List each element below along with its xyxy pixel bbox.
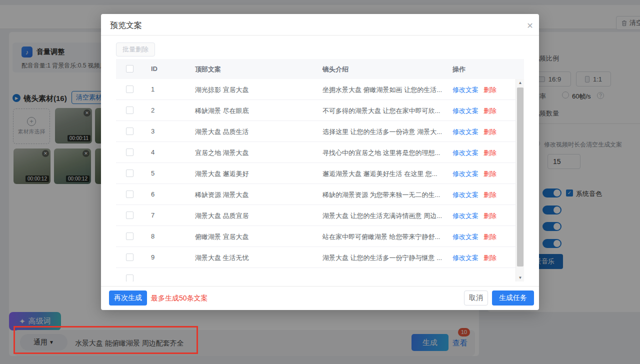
col-top-copy: 顶部文案 — [195, 65, 221, 74]
cell-shot-intro: 坐拥水景大盘 俯瞰湖景如画 让您的生活... — [322, 86, 442, 94]
table-row: 8 俯瞰湖景 宜居大盘 站在家中即可俯瞰湖景 给您带来宁静舒... 修改文案删除 — [116, 226, 516, 247]
cell-shot-intro: 邂逅湖景大盘 邂逅美好生活 在这里 您... — [322, 170, 438, 178]
cell-id: 5 — [151, 170, 154, 177]
edit-copy-link[interactable]: 修改文案 — [452, 233, 478, 240]
annotation-highlight-rect — [14, 326, 198, 354]
cell-id: 9 — [151, 254, 154, 261]
cell-top-copy: 俯瞰湖景 宜居大盘 — [195, 232, 249, 242]
divider — [101, 286, 539, 286]
row-checkbox[interactable] — [126, 128, 134, 135]
scroll-down-icon[interactable]: ▼ — [516, 274, 524, 282]
edit-copy-link[interactable]: 修改文案 — [452, 149, 478, 156]
cell-shot-intro: 选择这里 让您的生活多一份诗意 湖景大... — [322, 128, 442, 136]
cell-id: 4 — [151, 148, 154, 156]
cell-shot-intro: 湖景大盘 让您的生活充满诗情画意 周边... — [322, 212, 442, 220]
scroll-up-icon[interactable]: ▲ — [516, 79, 524, 86]
cell-id: 7 — [151, 212, 154, 219]
edit-copy-link[interactable]: 修改文案 — [452, 170, 478, 178]
delete-link[interactable]: 删除 — [484, 233, 496, 240]
scrollbar-thumb[interactable] — [517, 88, 524, 266]
row-checkbox[interactable] — [126, 232, 134, 240]
cell-id: 8 — [151, 232, 154, 240]
table-header: ID 顶部文案 镜头介绍 操作 — [116, 59, 524, 79]
table-row: 5 湖景大盘 邂逅美好 邂逅湖景大盘 邂逅美好生活 在这里 您... 修改文案删… — [116, 163, 516, 184]
cell-top-copy: 稀缺湖景 尽在眼底 — [195, 106, 249, 116]
cell-id: 2 — [151, 106, 154, 114]
cell-shot-intro: 站在家中即可俯瞰湖景 给您带来宁静舒... — [322, 232, 440, 242]
row-checkbox[interactable] — [126, 148, 134, 156]
table-row: 1 湖光掠影 宜居大盘 坐拥水景大盘 俯瞰湖景如画 让您的生活... 修改文案删… — [116, 79, 516, 100]
delete-link[interactable]: 删除 — [484, 170, 496, 178]
cell-top-copy: 湖景大盘 生活无忧 — [195, 254, 249, 262]
cell-top-copy: 湖景大盘 邂逅美好 — [195, 170, 249, 178]
table-row: 3 湖景大盘 品质生活 选择这里 让您的生活多一份诗意 湖景大... 修改文案删… — [116, 121, 516, 142]
delete-link[interactable]: 删除 — [484, 191, 496, 198]
row-checkbox[interactable] — [126, 190, 134, 198]
cell-id: 1 — [151, 86, 154, 93]
delete-link[interactable]: 删除 — [484, 212, 496, 220]
table-row: 9 湖景大盘 生活无忧 湖景大盘 让您的生活多一份宁静与惬意 ... 修改文案删… — [116, 247, 516, 268]
table-row: 6 稀缺资源 湖景大盘 稀缺的湖景资源 为您带来独一无二的生... 修改文案删除 — [116, 184, 516, 205]
cell-top-copy: 宜居之地 湖景大盘 — [195, 148, 249, 158]
cell-top-copy: 湖光掠影 宜居大盘 — [195, 86, 249, 94]
table-row-partial — [116, 268, 516, 282]
select-all-checkbox[interactable] — [126, 65, 134, 72]
cancel-button[interactable]: 取消 — [464, 290, 488, 306]
table-row: 4 宜居之地 湖景大盘 寻找心中的宜居之地 这里将是您的理想... 修改文案删除 — [116, 142, 516, 163]
cell-shot-intro: 稀缺的湖景资源 为您带来独一无二的生... — [322, 190, 440, 200]
preview-copy-modal: 预览文案 ✕ 批量删除 ID 顶部文案 镜头介绍 操作 1 湖光掠影 宜居大盘 … — [101, 14, 539, 310]
delete-link[interactable]: 删除 — [484, 86, 496, 94]
cell-top-copy: 稀缺资源 湖景大盘 — [195, 190, 249, 200]
max-copies-hint: 最多生成50条文案 — [151, 294, 208, 303]
edit-copy-link[interactable]: 修改文案 — [452, 212, 478, 220]
modal-title: 预览文案 — [110, 20, 142, 31]
delete-link[interactable]: 删除 — [484, 149, 496, 156]
batch-delete-button[interactable]: 批量删除 — [116, 42, 155, 56]
cell-top-copy: 湖景大盘 品质宜居 — [195, 212, 249, 220]
col-id: ID — [151, 65, 158, 72]
col-shot-intro: 镜头介绍 — [322, 65, 348, 74]
row-checkbox[interactable] — [126, 274, 134, 282]
close-icon[interactable]: ✕ — [525, 21, 535, 31]
cell-shot-intro: 不可多得的湖景大盘 让您在家中即可欣... — [322, 106, 440, 116]
edit-copy-link[interactable]: 修改文案 — [452, 191, 478, 198]
regenerate-button[interactable]: 再次生成 — [109, 290, 147, 306]
row-checkbox[interactable] — [126, 170, 134, 177]
cell-shot-intro: 湖景大盘 让您的生活多一份宁静与惬意 ... — [322, 254, 442, 262]
table-row: 7 湖景大盘 品质宜居 湖景大盘 让您的生活充满诗情画意 周边... 修改文案删… — [116, 205, 516, 226]
cell-id: 6 — [151, 190, 154, 198]
table-scrollbar[interactable]: ▲ ▼ — [516, 79, 524, 282]
cell-top-copy: 湖景大盘 品质生活 — [195, 128, 249, 136]
edit-copy-link[interactable]: 修改文案 — [452, 254, 478, 262]
col-actions: 操作 — [452, 65, 466, 74]
edit-copy-link[interactable]: 修改文案 — [452, 128, 478, 136]
row-checkbox[interactable] — [126, 86, 134, 93]
delete-link[interactable]: 删除 — [484, 254, 496, 262]
delete-link[interactable]: 删除 — [484, 128, 496, 136]
table-row: 2 稀缺湖景 尽在眼底 不可多得的湖景大盘 让您在家中即可欣... 修改文案删除 — [116, 100, 516, 121]
delete-link[interactable]: 删除 — [484, 107, 496, 114]
edit-copy-link[interactable]: 修改文案 — [452, 107, 478, 114]
row-checkbox[interactable] — [126, 106, 134, 114]
divider — [101, 35, 539, 36]
cell-id: 3 — [151, 128, 154, 135]
cell-shot-intro: 寻找心中的宜居之地 这里将是您的理想... — [322, 148, 440, 158]
table-body: 1 湖光掠影 宜居大盘 坐拥水景大盘 俯瞰湖景如画 让您的生活... 修改文案删… — [116, 79, 524, 282]
row-checkbox[interactable] — [126, 212, 134, 219]
generate-task-button[interactable]: 生成任务 — [492, 290, 534, 306]
row-checkbox[interactable] — [126, 254, 134, 261]
app-root: 清空 ♪音量调整 配音音量:1 背景音乐:0.5 视频原声: ▶ 镜头素材(16… — [0, 0, 640, 364]
edit-copy-link[interactable]: 修改文案 — [452, 86, 478, 94]
